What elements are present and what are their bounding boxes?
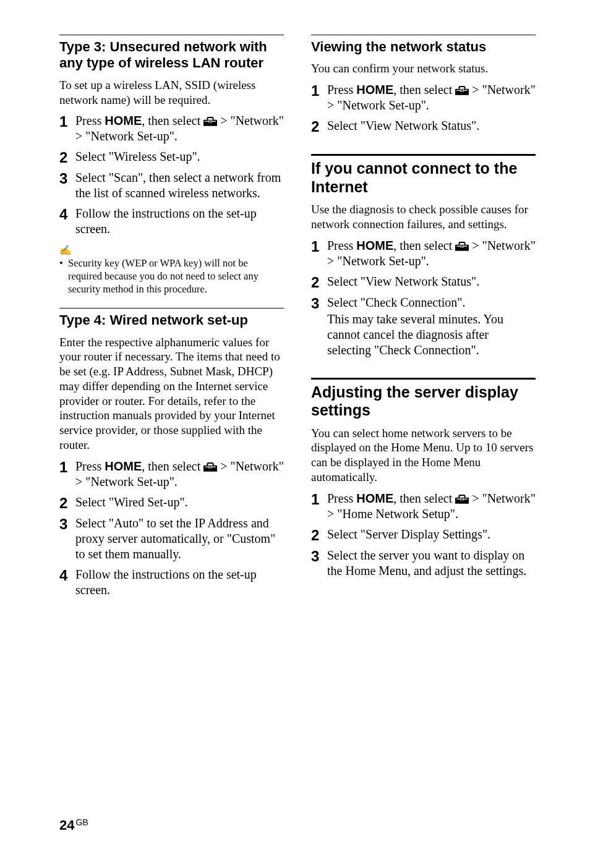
step-text: Press HOME, then select > "Network" > "N… [327,82,536,113]
step: 2 Select "Wireless Set-up". [59,149,284,165]
heavy-rule [311,378,536,380]
step-number: 3 [311,295,327,311]
step: 2 Select "View Network Status". [311,274,536,290]
step: 4 Follow the instructions on the set-up … [59,206,284,237]
step: 2 Select "Server Display Settings". [311,527,536,543]
step-number: 2 [311,274,327,290]
step: 1 Press HOME, then select > "Network" > … [59,459,284,490]
heading-adjusting: Adjusting the server display settings [311,383,536,420]
step-text: Select the server you want to display on… [327,548,536,579]
step-number: 2 [59,149,75,165]
intro-type3: To set up a wireless LAN, SSID (wireless… [59,78,284,108]
intro-type4: Enter the respective alphanumeric values… [59,335,284,453]
step: 3 Select "Check Connection". This may ta… [311,295,536,358]
step: 1 Press HOME, then select > "Network" > … [311,491,536,522]
right-column: Viewing the network status You can confi… [311,35,536,603]
heading-viewing: Viewing the network status [311,39,536,55]
page-footer: 24GB [59,817,88,833]
note-text: Security key (WEP or WPA key) will not b… [68,257,284,296]
intro-cannot-connect: Use the diagnosis to check possible caus… [311,202,536,232]
step-text: Select "View Network Status". [327,118,479,134]
step-number: 1 [59,113,75,129]
step-number: 1 [59,459,75,475]
heading-type3: Type 3: Unsecured network with any type … [59,39,284,72]
toolbox-icon [455,86,469,95]
toolbox-icon [455,495,469,504]
step: 3 Select "Scan", then select a network f… [59,170,284,201]
heading-type4: Type 4: Wired network set-up [59,312,284,328]
intro-viewing: You can confirm your network status. [311,61,536,76]
page-number: 24 [59,817,74,833]
step-number: 3 [59,516,75,532]
step-text: Press HOME, then select > "Network" > "H… [327,491,536,522]
left-column: Type 3: Unsecured network with any type … [59,35,284,603]
heading-cannot-connect: If you cannot connect to the Internet [311,160,536,196]
step: 3 Select "Auto" to set the IP Address an… [59,516,284,562]
step: 3 Select the server you want to display … [311,548,536,579]
step-text: Follow the instructions on the set-up sc… [75,206,284,237]
step-number: 2 [311,527,327,543]
step-number: 1 [311,82,327,98]
step: 1 Press HOME, then select > "Network" > … [311,82,536,113]
step-number: 4 [59,206,75,222]
step-text: Select "View Network Status". [327,274,479,289]
step-number: 1 [311,491,327,507]
step-text: Press HOME, then select > "Network" > "N… [75,113,284,144]
toolbox-icon [203,462,217,472]
rule [59,308,284,308]
step: 1 Press HOME, then select > "Network" > … [311,238,536,269]
step-text: Select "Wireless Set-up". [75,149,200,164]
step-text: Follow the instructions on the set-up sc… [75,567,284,598]
step: 4 Follow the instructions on the set-up … [59,567,284,598]
step-text: Press HOME, then select > "Network" > "N… [327,238,536,269]
step-text: Press HOME, then select > "Network" > "N… [75,459,284,490]
note-icon: ✍ [59,244,284,256]
step: 1 Press HOME, then select > "Network" > … [59,113,284,144]
step: 2 Select "View Network Status". [311,118,536,134]
toolbox-icon [203,117,217,126]
step-number: 2 [311,118,327,134]
step: 2 Select "Wired Set-up". [59,495,284,511]
rule [59,35,284,35]
step-number: 3 [311,548,327,564]
step-number: 3 [59,170,75,186]
step-text: Select "Check Connection". This may take… [327,295,536,358]
step-text: Select "Wired Set-up". [75,495,188,510]
toolbox-icon [455,242,469,251]
page-lang: GB [75,817,88,827]
step-text: Select "Auto" to set the IP Address and … [75,516,284,562]
step-text: Select "Scan", then select a network fro… [75,170,284,201]
rule [311,35,536,35]
step-number: 4 [59,567,75,583]
step-number: 2 [59,495,75,511]
step-text: Select "Server Display Settings". [327,527,490,542]
note-bullet: • Security key (WEP or WPA key) will not… [59,257,284,296]
intro-adjusting: You can select home network servers to b… [311,426,536,485]
heavy-rule [311,154,536,156]
step-number: 1 [311,238,327,254]
